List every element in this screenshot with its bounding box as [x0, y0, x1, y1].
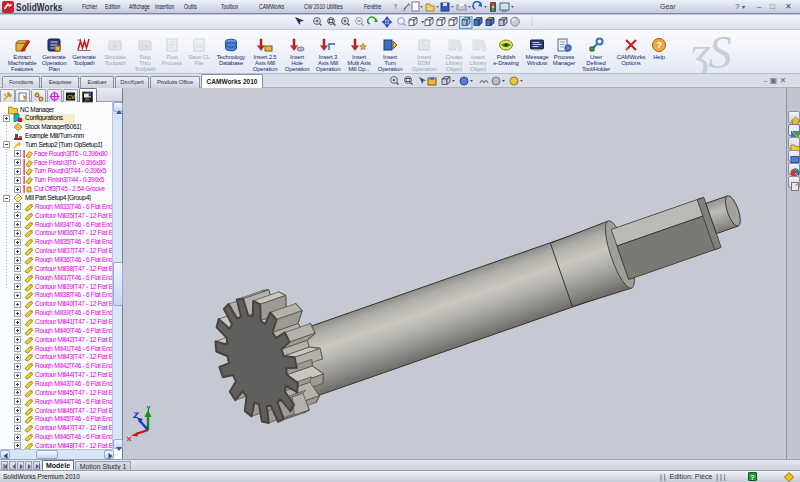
svg-text:?: ?: [656, 40, 662, 50]
svg-text:CW: CW: [67, 94, 76, 100]
svg-text:CL: CL: [196, 43, 204, 49]
